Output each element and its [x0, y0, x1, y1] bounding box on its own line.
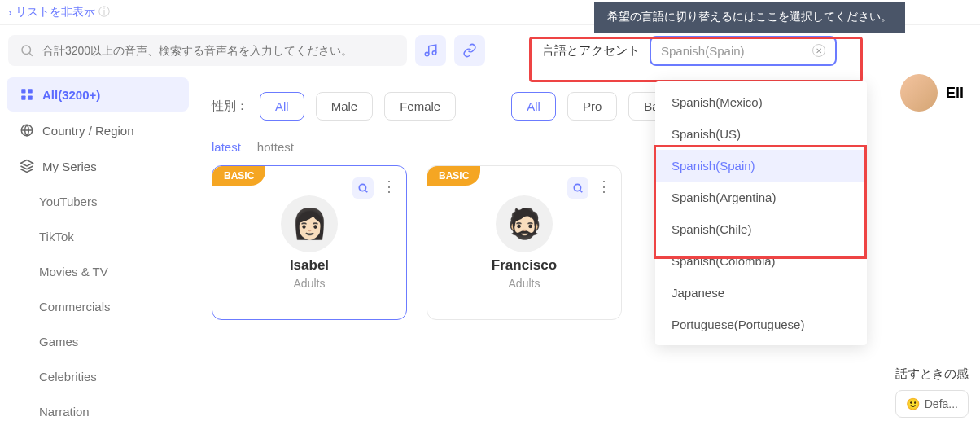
card-preview-button[interactable]	[352, 177, 374, 199]
globe-icon	[20, 123, 34, 138]
filter-gender-female[interactable]: Female	[384, 92, 456, 121]
language-dropdown: Spanish(Mexico) Spanish(US) Spanish(Spai…	[655, 81, 867, 345]
card-menu-button[interactable]: ⋮	[382, 177, 396, 195]
sidebar-all-label: All(3200+)	[42, 88, 100, 102]
collapse-list-link[interactable]: › リストを非表示	[8, 5, 95, 20]
sidebar: All(3200+) Country / Region My Series Yo…	[0, 76, 195, 430]
voice-category: Adults	[509, 277, 540, 290]
svg-rect-6	[21, 96, 25, 100]
voice-category: Adults	[294, 277, 326, 290]
sidebar-item-movies[interactable]: Movies & TV	[7, 255, 189, 288]
language-tooltip: 希望の言語に切り替えるにはここを選択してください。	[594, 2, 905, 33]
emotion-panel: 話すときの感 🙂 Defa...	[884, 355, 980, 429]
voice-name: Francisco	[492, 257, 557, 274]
card-menu-button[interactable]: ⋮	[597, 177, 611, 195]
emotion-chip-label: Defa...	[925, 397, 958, 410]
search-input[interactable]	[42, 44, 396, 57]
sidebar-item-all[interactable]: All(3200+)	[7, 77, 189, 112]
emotion-default-chip[interactable]: 🙂 Defa...	[895, 390, 969, 418]
sidebar-item-country[interactable]: Country / Region	[7, 113, 189, 147]
toolbar: 言語とアクセント Spanish(Spain) ✕ Ell	[0, 25, 980, 76]
sidebar-country-label: Country / Region	[42, 124, 134, 138]
smile-icon: 🙂	[906, 397, 920, 410]
info-icon: ⓘ	[98, 5, 110, 20]
dropdown-option-selected[interactable]: Spanish(Spain)	[655, 150, 867, 182]
link-icon	[462, 43, 477, 58]
emotion-label: 話すときの感	[895, 366, 969, 382]
search-icon	[20, 43, 34, 58]
search-box[interactable]	[8, 35, 407, 66]
dropdown-option[interactable]: Spanish(Mexico)	[655, 86, 867, 118]
language-value: Spanish(Spain)	[661, 44, 745, 58]
voice-avatar: 🧔🏻	[496, 195, 553, 252]
svg-rect-4	[21, 89, 25, 93]
voice-card-isabel[interactable]: BASIC ⋮ 👩🏻 Isabel Adults	[212, 165, 407, 320]
clear-icon[interactable]: ✕	[812, 44, 825, 57]
svg-rect-5	[28, 89, 33, 93]
chevron-right-icon: ›	[8, 6, 12, 19]
svg-marker-9	[21, 160, 33, 167]
sidebar-item-youtubers[interactable]: YouTubers	[7, 185, 189, 218]
sidebar-item-celebrities[interactable]: Celebrities	[7, 360, 189, 393]
svg-line-11	[365, 190, 367, 192]
dropdown-option[interactable]: Portuguese(Portuguese)	[655, 309, 867, 340]
layers-icon	[20, 159, 34, 173]
music-note-icon	[423, 43, 438, 58]
sort-hottest[interactable]: hottest	[257, 140, 294, 154]
filter-tier-all[interactable]: All	[511, 92, 556, 121]
dropdown-option[interactable]: Spanish(Argentina)	[655, 182, 867, 213]
svg-line-13	[580, 190, 582, 192]
grid-icon	[20, 87, 34, 102]
filter-gender-all[interactable]: All	[260, 92, 304, 121]
svg-point-0	[22, 46, 31, 55]
search-icon	[357, 182, 369, 194]
language-label: 言語とアクセント	[542, 43, 640, 59]
link-import-button[interactable]	[454, 35, 485, 66]
sort-latest[interactable]: latest	[212, 140, 241, 154]
dropdown-option[interactable]: Spanish(Colombia)	[655, 245, 867, 277]
dropdown-option[interactable]: Japanese	[655, 277, 867, 309]
sidebar-item-myseries[interactable]: My Series	[7, 149, 189, 183]
voice-card-francisco[interactable]: BASIC ⋮ 🧔🏻 Francisco Adults	[427, 165, 622, 320]
gender-label: 性別：	[212, 99, 248, 114]
svg-line-1	[29, 53, 33, 56]
voice-avatar: 👩🏻	[281, 195, 338, 252]
svg-point-10	[359, 184, 365, 191]
sidebar-item-games[interactable]: Games	[7, 325, 189, 358]
svg-point-12	[574, 184, 580, 191]
filter-tier-pro[interactable]: Pro	[567, 92, 617, 121]
card-preview-button[interactable]	[567, 177, 588, 199]
language-select[interactable]: Spanish(Spain) ✕	[650, 36, 837, 66]
filter-gender-male[interactable]: Male	[316, 92, 374, 121]
sidebar-myseries-label: My Series	[42, 160, 97, 173]
collapse-label: リストを非表示	[15, 5, 95, 20]
svg-point-3	[432, 51, 436, 55]
sidebar-item-narration[interactable]: Narration	[7, 395, 189, 428]
svg-rect-7	[28, 96, 33, 100]
language-accent-group: 言語とアクセント Spanish(Spain) ✕	[542, 36, 837, 66]
dropdown-option[interactable]: Spanish(Chile)	[655, 213, 867, 245]
sidebar-item-tiktok[interactable]: TikTok	[7, 220, 189, 253]
tier-badge: BASIC	[212, 166, 265, 186]
svg-point-2	[425, 52, 429, 56]
dropdown-option[interactable]: Spanish(US)	[655, 118, 867, 150]
search-icon	[572, 182, 584, 194]
sidebar-item-commercials[interactable]: Commercials	[7, 290, 189, 323]
voice-name: Isabel	[290, 257, 329, 274]
music-import-button[interactable]	[415, 35, 446, 66]
tier-badge: BASIC	[427, 166, 480, 186]
